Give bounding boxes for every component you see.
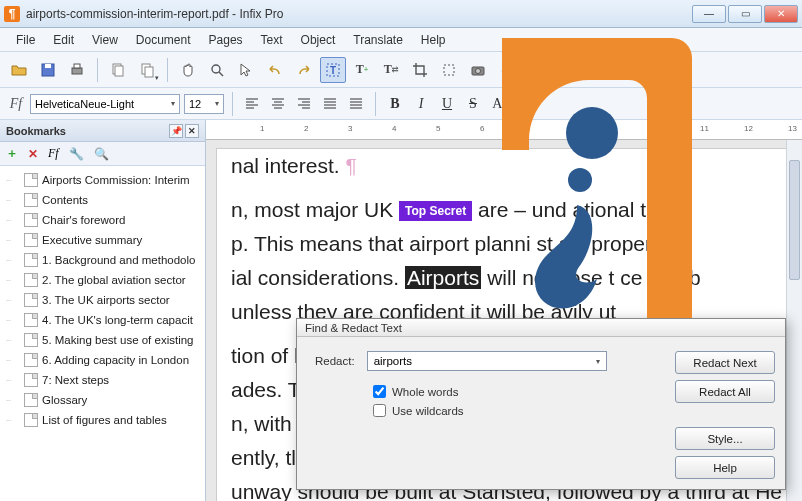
undo-icon[interactable] — [262, 57, 288, 83]
menu-object[interactable]: Object — [293, 31, 344, 49]
bookmarks-panel: Bookmarks 📌 ✕ ＋ ✕ Ff 🔧 🔍 ┈Airports Commi… — [0, 120, 206, 501]
color-label: Col — [609, 64, 626, 76]
scrollbar-thumb[interactable] — [789, 160, 800, 280]
bookmark-find-icon[interactable]: 🔍 — [94, 147, 109, 161]
menu-file[interactable]: File — [8, 31, 43, 49]
bookmarks-title: Bookmarks — [6, 125, 66, 137]
bookmark-item: ┈5. Making best use of existing — [2, 330, 203, 350]
dialog-title[interactable]: Find & Redact Text — [297, 319, 785, 337]
bookmark-item: ┈4. The UK's long-term capacit — [2, 310, 203, 330]
bookmark-item: ┈List of figures and tables — [2, 410, 203, 430]
vertical-scrollbar[interactable] — [786, 140, 802, 501]
toolbar-format: Ff HelveticaNeue-Light▾ 12▾ B I U S A2 A — [0, 88, 802, 120]
align-justify-icon[interactable] — [319, 93, 341, 115]
titlebar: ¶ airports-commission-interim-report.pdf… — [0, 0, 802, 28]
page-icon — [24, 293, 38, 307]
bookmark-item: ┈Glossary — [2, 390, 203, 410]
bookmarks-tree[interactable]: ┈Airports Commission: Interim ┈Contents … — [0, 166, 205, 501]
color-swatch[interactable] — [580, 63, 598, 77]
zoom-icon[interactable] — [204, 57, 230, 83]
bookmark-item: ┈7: Next steps — [2, 370, 203, 390]
align-right-icon[interactable] — [293, 93, 315, 115]
page-icon — [24, 233, 38, 247]
redaction-label[interactable]: Top Secret — [399, 201, 472, 221]
bookmarks-toolbar: ＋ ✕ Ff 🔧 🔍 — [0, 142, 205, 166]
minimize-button[interactable]: — — [692, 5, 726, 23]
highlighted-word[interactable]: Airports — [405, 266, 481, 289]
font-size-combo[interactable]: 12▾ — [184, 94, 224, 114]
underline-icon[interactable]: U — [436, 93, 458, 115]
bookmark-font-icon[interactable]: Ff — [48, 146, 59, 161]
paste-icon[interactable]: ▾ — [134, 57, 160, 83]
save-icon[interactable] — [35, 57, 61, 83]
crop-icon[interactable] — [407, 57, 433, 83]
text-tool-icon[interactable]: T — [320, 57, 346, 83]
menu-document[interactable]: Document — [128, 31, 199, 49]
menu-translate[interactable]: Translate — [345, 31, 411, 49]
superscript-icon[interactable]: A2 — [488, 93, 510, 115]
redact-all-button[interactable]: Redact All — [675, 380, 775, 403]
panel-pin-icon[interactable]: 📌 — [169, 124, 183, 138]
align-left-icon[interactable] — [241, 93, 263, 115]
add-bookmark-icon[interactable]: ＋ — [6, 145, 18, 162]
whole-words-checkbox[interactable]: Whole words — [373, 385, 675, 398]
italic-icon[interactable]: I — [410, 93, 432, 115]
menu-text[interactable]: Text — [253, 31, 291, 49]
menu-pages[interactable]: Pages — [201, 31, 251, 49]
redact-input[interactable]: airports▾ — [367, 351, 607, 371]
use-wildcards-checkbox[interactable]: Use wildcards — [373, 404, 675, 417]
ruler[interactable]: 12345678910111213 — [206, 120, 802, 140]
font-label-icon: Ff — [6, 94, 26, 114]
svg-line-9 — [219, 72, 223, 76]
font-combo[interactable]: HelveticaNeue-Light▾ — [30, 94, 180, 114]
linked-text-icon[interactable]: T⇄ — [378, 57, 404, 83]
eyedropper-icon[interactable] — [535, 57, 561, 83]
help-button[interactable]: Help — [675, 456, 775, 479]
bookmark-item: ┈3. The UK airports sector — [2, 290, 203, 310]
page-icon — [24, 273, 38, 287]
window-title: airports-commission-interim-report.pdf -… — [26, 7, 692, 21]
page-icon — [24, 333, 38, 347]
redo-icon[interactable] — [291, 57, 317, 83]
style-button[interactable]: Style... — [675, 427, 775, 450]
bookmark-wrench-icon[interactable]: 🔧 — [69, 147, 84, 161]
page-icon — [24, 253, 38, 267]
print-icon[interactable] — [64, 57, 90, 83]
bookmark-item: ┈Executive summary — [2, 230, 203, 250]
bold-icon[interactable]: B — [384, 93, 406, 115]
svg-rect-2 — [72, 68, 82, 74]
page-icon — [24, 413, 38, 427]
svg-text:T: T — [330, 65, 336, 76]
link-icon[interactable] — [494, 57, 520, 83]
svg-point-8 — [212, 65, 220, 73]
delete-bookmark-icon[interactable]: ✕ — [28, 147, 38, 161]
page-icon — [24, 213, 38, 227]
page-icon — [24, 353, 38, 367]
menu-help[interactable]: Help — [413, 31, 454, 49]
svg-rect-1 — [45, 64, 51, 68]
camera-icon[interactable] — [465, 57, 491, 83]
strike-icon[interactable]: S — [462, 93, 484, 115]
svg-point-14 — [476, 68, 481, 73]
redact-label: Redact: — [315, 355, 355, 367]
page-icon — [24, 393, 38, 407]
copy-icon[interactable] — [105, 57, 131, 83]
panel-close-icon[interactable]: ✕ — [185, 124, 199, 138]
pointer-icon[interactable] — [233, 57, 259, 83]
hand-icon[interactable] — [175, 57, 201, 83]
maximize-button[interactable]: ▭ — [728, 5, 762, 23]
redact-next-button[interactable]: Redact Next — [675, 351, 775, 374]
page-icon — [24, 373, 38, 387]
menu-edit[interactable]: Edit — [45, 31, 82, 49]
close-button[interactable]: ✕ — [764, 5, 798, 23]
align-justify-all-icon[interactable] — [345, 93, 367, 115]
toolbar-main: ▾ T T+ T⇄ Col — [0, 52, 802, 88]
menu-view[interactable]: View — [84, 31, 126, 49]
bookmark-item: ┈6. Adding capacity in London — [2, 350, 203, 370]
select-rect-icon[interactable] — [436, 57, 462, 83]
text-plus-icon[interactable]: T+ — [349, 57, 375, 83]
subscript-icon[interactable]: A — [514, 93, 536, 115]
open-icon[interactable] — [6, 57, 32, 83]
align-center-icon[interactable] — [267, 93, 289, 115]
page-icon — [24, 313, 38, 327]
